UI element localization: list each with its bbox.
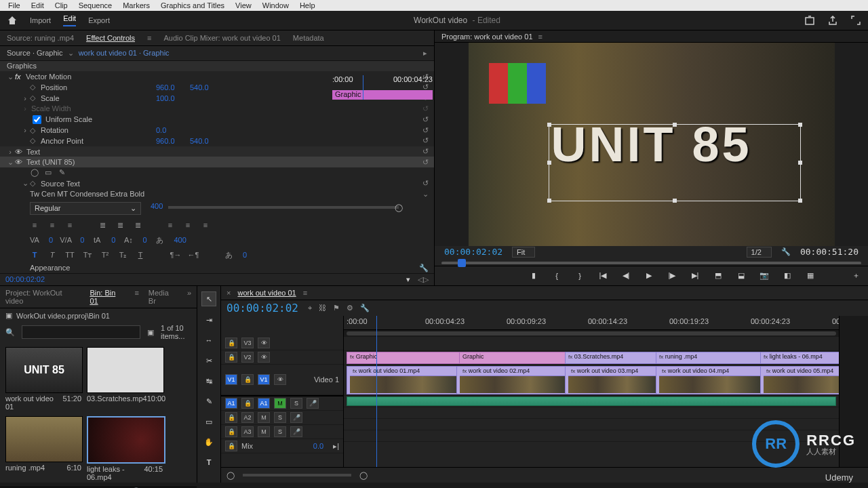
ripple-tool[interactable]: ↔ <box>202 333 216 347</box>
timeline-ruler[interactable]: :00:00 00:00:04:23 00:00:09:23 00:00:14:… <box>344 316 839 330</box>
sequence-timecode[interactable]: 00:00:02:02 <box>226 302 298 314</box>
voice-a3[interactable]: 🎤 <box>290 426 302 437</box>
slider-handle[interactable]: ◯ <box>395 203 403 212</box>
tracking-value[interactable]: 0 <box>80 236 84 244</box>
solo-a1[interactable]: S <box>290 398 302 409</box>
tab-close-icon[interactable]: × <box>226 289 231 297</box>
mix-value[interactable]: 0.0 <box>313 442 323 450</box>
rtl-icon[interactable]: ←¶ <box>189 250 198 260</box>
mask-pen-icon[interactable]: ✎ <box>57 168 66 178</box>
val-anc-x[interactable]: 960.0 <box>156 137 190 145</box>
go-in-button[interactable]: |◀ <box>597 270 608 281</box>
valign-bot-icon[interactable]: ≡ <box>201 220 210 230</box>
appearance-heading[interactable]: Appearance <box>30 264 70 272</box>
tracking-icon[interactable]: V/A <box>61 235 71 245</box>
new-bin-icon[interactable]: ▣ <box>147 328 154 337</box>
mask-rect-icon[interactable]: ▭ <box>43 168 53 178</box>
timeline-playhead[interactable] <box>376 316 377 467</box>
add-marker-button[interactable]: ▮ <box>528 270 539 281</box>
track-mix[interactable] <box>344 430 839 442</box>
keyframe-toggle-icon[interactable]: ◇ <box>30 126 35 135</box>
track-v2[interactable]: fx Graphic Graphic fx 03.Scratches.mp4 f… <box>344 351 839 365</box>
target-v2[interactable]: V2 <box>241 352 254 363</box>
prop-rotation[interactable]: Rotation <box>39 126 156 134</box>
safe-margins-button[interactable]: ▦ <box>805 270 816 281</box>
kerning-value[interactable]: 0 <box>49 236 53 244</box>
target-v1[interactable]: V1 <box>258 374 270 385</box>
val-anc-y[interactable]: 540.0 <box>190 137 224 145</box>
text-selection-box[interactable] <box>549 124 801 201</box>
smallcaps-icon[interactable]: Tᴛ <box>83 250 92 260</box>
mask-ellipse-icon[interactable]: ◯ <box>30 168 39 178</box>
zoom-out-icon[interactable]: ◯ <box>226 471 235 480</box>
clip-workout3[interactable]: fx work out video 03.mp4 <box>565 366 660 394</box>
menu-view[interactable]: View <box>235 1 252 9</box>
lock-a3[interactable]: 🔒 <box>225 426 237 437</box>
justify-center-icon[interactable]: ≣ <box>115 220 125 230</box>
program-playhead[interactable] <box>458 259 466 267</box>
play-button[interactable]: ▶ <box>644 270 654 281</box>
tab-project[interactable]: Project: WorkOut video <box>5 289 80 305</box>
justify-right-icon[interactable]: ≣ <box>133 220 142 230</box>
razor-tool[interactable]: ✂ <box>202 354 216 367</box>
subscript-icon[interactable]: T₂ <box>118 250 127 260</box>
menu-help[interactable]: Help <box>300 1 315 9</box>
reset-icon[interactable]: ↺ <box>422 147 429 156</box>
crumb-caret-icon[interactable]: ⌄ <box>68 49 74 57</box>
reset-icon[interactable]: ↺ <box>422 158 429 167</box>
ec-play-icon[interactable]: ▸ <box>423 49 427 58</box>
solo-a2[interactable]: S <box>274 412 286 423</box>
track-v3[interactable] <box>344 337 839 351</box>
lock-v3[interactable]: 🔒 <box>225 338 237 348</box>
track-a1[interactable] <box>344 396 839 407</box>
menu-window[interactable]: Window <box>262 1 289 9</box>
zoom-in-icon[interactable]: ◯ <box>359 471 368 480</box>
extract-button[interactable]: ⬓ <box>736 270 747 281</box>
baseline-icon[interactable]: A↕ <box>123 235 133 245</box>
val-scale[interactable]: 100.0 <box>156 94 190 102</box>
resolution-dropdown[interactable]: 1/2 <box>747 247 772 258</box>
tab-effect-controls[interactable]: Effect Controls <box>86 34 135 42</box>
allcaps-icon[interactable]: TT <box>65 250 75 260</box>
target-a2[interactable]: A2 <box>241 412 254 423</box>
project-bin-grid[interactable]: UNIT 85 work out video 0151:20 03.Scratc… <box>0 342 197 487</box>
home-icon[interactable] <box>7 15 18 26</box>
program-scrub[interactable] <box>435 258 868 266</box>
visibility-icon[interactable]: 👁 <box>15 148 22 156</box>
ltr-icon[interactable]: ¶→ <box>171 250 180 260</box>
underline-icon[interactable]: T <box>136 250 145 260</box>
uniform-scale-checkbox[interactable] <box>33 115 41 124</box>
fit-dropdown[interactable]: Fit <box>512 247 535 258</box>
clip-workout4[interactable]: fx work out video 04.mp4 <box>656 366 764 394</box>
bin-item[interactable]: UNIT 85 work out video 0151:20 <box>5 347 81 411</box>
bin-item[interactable]: light leaks - 06.mp440:15 <box>87 416 163 481</box>
lock-v2[interactable]: 🔒 <box>225 352 237 363</box>
button-editor-button[interactable]: ＋ <box>850 270 861 281</box>
comparison-button[interactable]: ◧ <box>782 270 793 281</box>
settings-icon[interactable]: ⚙ <box>347 304 353 312</box>
clip-graphic[interactable]: Graphic <box>459 352 568 364</box>
layer-text-unit85[interactable]: Text (UNIT 85) <box>25 158 142 166</box>
ec-inline-timeline[interactable]: :00:00 00:00:04:23 Graphic <box>332 75 433 100</box>
font-family[interactable]: Tw Cen MT Condensed Extra Bold <box>30 190 144 198</box>
timeline-track-area[interactable]: :00:00 00:00:04:23 00:00:09:23 00:00:14:… <box>344 316 839 467</box>
twirl-icon[interactable]: ⌄ <box>5 158 15 167</box>
export-frame-button[interactable]: 📷 <box>759 270 770 281</box>
align-left-icon[interactable]: ≡ <box>30 220 39 230</box>
toggle-output-v1[interactable]: 👁 <box>274 374 286 385</box>
ec-inline-graphic-clip[interactable]: Graphic <box>332 90 433 100</box>
mute-a2[interactable]: M <box>258 412 270 423</box>
settings-icon[interactable]: 🔧 <box>419 264 429 272</box>
mute-a1[interactable]: M <box>274 398 286 409</box>
track-a3[interactable] <box>344 419 839 430</box>
prop-anchor[interactable]: Anchor Point <box>39 137 156 145</box>
share-icon[interactable] <box>827 15 838 26</box>
toggle-output-v2[interactable]: 👁 <box>258 352 270 363</box>
rectangle-tool[interactable]: ▭ <box>202 415 216 428</box>
quick-export-icon[interactable] <box>804 15 815 26</box>
source-patch-v1[interactable]: V1 <box>225 374 237 385</box>
menu-clip[interactable]: Clip <box>55 1 68 9</box>
justify-left-icon[interactable]: ≣ <box>98 220 107 230</box>
mute-a3[interactable]: M <box>258 426 270 437</box>
mark-out-button[interactable]: } <box>574 270 585 281</box>
